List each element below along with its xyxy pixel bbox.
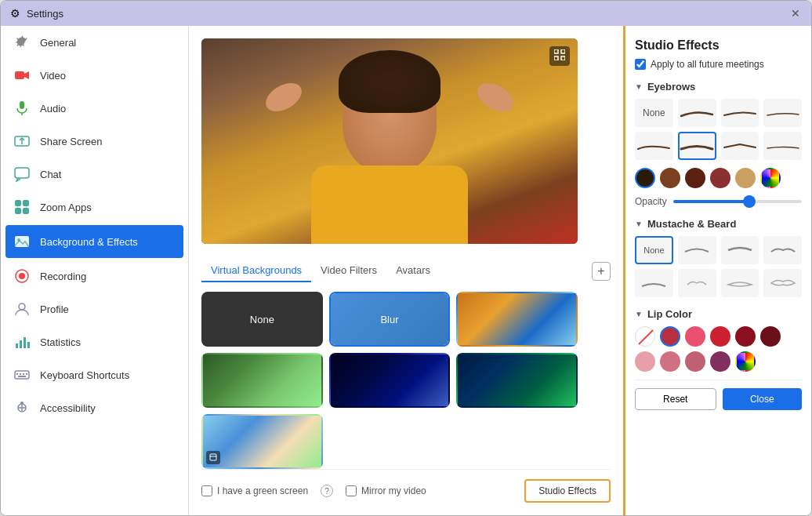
- sidebar-item-zoom-apps[interactable]: Zoom Apps: [1, 191, 188, 223]
- eyebrow-style-2[interactable]: [721, 99, 759, 127]
- mustache-style-2[interactable]: [721, 236, 759, 264]
- tab-video-filters[interactable]: Video Filters: [311, 260, 386, 282]
- lip-color-spectrum[interactable]: [735, 351, 756, 372]
- tab-virtual-backgrounds[interactable]: Virtual Backgrounds: [201, 260, 311, 282]
- bottom-bar: I have a green screen ? Mirror my video …: [201, 469, 611, 503]
- mic-icon: [13, 100, 31, 117]
- lip-color-pink[interactable]: [685, 326, 705, 347]
- svg-rect-10: [15, 208, 21, 214]
- eyebrow-color-black[interactable]: [635, 168, 655, 188]
- mustache-label: Mustache & Beard: [647, 218, 736, 230]
- sidebar-label-profile: Profile: [40, 303, 69, 315]
- mustache-none[interactable]: None: [635, 236, 673, 264]
- mustache-style-3[interactable]: [763, 236, 802, 264]
- lip-color-crimson[interactable]: [710, 326, 730, 347]
- svg-point-16: [19, 303, 25, 310]
- eyebrow-style-7[interactable]: [763, 132, 802, 160]
- lip-color-purple[interactable]: [710, 351, 730, 372]
- eyebrow-color-darkbrown[interactable]: [685, 168, 705, 188]
- opacity-row: Opacity: [635, 196, 802, 207]
- mustache-style-4[interactable]: [635, 269, 673, 297]
- lip-color-red[interactable]: [660, 326, 680, 347]
- apply-all-checkbox[interactable]: [635, 59, 646, 70]
- sidebar-item-audio[interactable]: Audio: [1, 92, 188, 125]
- sidebar-label-audio: Audio: [40, 103, 66, 114]
- bg-blur-label: Blur: [380, 314, 398, 325]
- close-panel-button[interactable]: Close: [723, 388, 803, 410]
- lip-color-label: Lip Color: [647, 308, 692, 320]
- accessibility-icon: [13, 399, 31, 416]
- opacity-label: Opacity: [635, 196, 667, 207]
- mirror-label: Mirror my video: [361, 485, 426, 496]
- center-area: Virtual Backgrounds Video Filters Avatar…: [189, 26, 623, 515]
- eyebrow-style-6[interactable]: [721, 132, 759, 160]
- tab-avatars[interactable]: Avatars: [386, 260, 440, 282]
- studio-panel-footer: Reset Close: [635, 380, 802, 410]
- stats-icon: [13, 333, 31, 351]
- sidebar-label-share-screen: Share Screen: [40, 136, 103, 147]
- svg-rect-19: [24, 337, 26, 348]
- opacity-slider[interactable]: [673, 200, 802, 203]
- eyebrow-style-3[interactable]: [763, 99, 802, 127]
- sidebar-item-chat[interactable]: Chat: [1, 158, 188, 191]
- mustache-style-5[interactable]: [678, 269, 716, 297]
- eyebrow-color-mahogany[interactable]: [710, 168, 730, 188]
- sidebar-item-keyboard-shortcuts[interactable]: Keyboard Shortcuts: [1, 358, 188, 391]
- bg-golden-gate[interactable]: [456, 292, 578, 347]
- add-background-button[interactable]: +: [592, 262, 611, 281]
- eyebrow-none[interactable]: None: [635, 99, 673, 127]
- eyebrow-style-4[interactable]: [635, 132, 673, 160]
- mustache-header[interactable]: ▼ Mustache & Beard: [635, 218, 802, 230]
- bg-beach[interactable]: [201, 414, 323, 469]
- reset-button[interactable]: Reset: [635, 388, 716, 410]
- bg-aurora[interactable]: [456, 353, 578, 408]
- lip-color-maroon[interactable]: [760, 326, 781, 347]
- eyebrow-style-5[interactable]: [678, 132, 716, 160]
- green-screen-checkbox[interactable]: [201, 485, 212, 496]
- sidebar: General Video Audio Share Screen: [1, 26, 189, 515]
- eyebrow-color-brown[interactable]: [660, 168, 680, 188]
- lip-color-rose[interactable]: [685, 351, 705, 372]
- bg-none[interactable]: None: [201, 292, 323, 347]
- sidebar-item-statistics[interactable]: Statistics: [1, 325, 188, 358]
- lip-colors: [635, 326, 802, 372]
- mirror-video-checkbox-label[interactable]: Mirror my video: [346, 485, 426, 496]
- record-icon: [13, 267, 31, 285]
- sidebar-item-general[interactable]: General: [1, 26, 188, 59]
- eyebrows-header[interactable]: ▼ Eyebrows: [635, 81, 802, 93]
- bg-space[interactable]: [329, 353, 451, 408]
- mirror-video-checkbox[interactable]: [346, 485, 357, 496]
- svg-line-37: [639, 330, 653, 344]
- bg-green[interactable]: [201, 353, 323, 408]
- help-icon[interactable]: ?: [321, 485, 333, 497]
- sidebar-label-keyboard-shortcuts: Keyboard Shortcuts: [40, 369, 129, 381]
- video-preview: [201, 38, 578, 244]
- mustache-style-1[interactable]: [678, 236, 716, 264]
- close-button[interactable]: ✕: [789, 7, 802, 20]
- lip-color-header[interactable]: ▼ Lip Color: [635, 308, 802, 320]
- studio-effects-button[interactable]: Studio Effects: [524, 479, 611, 503]
- lip-color-lightpink[interactable]: [635, 351, 655, 372]
- svg-rect-12: [15, 236, 29, 247]
- sidebar-item-video[interactable]: Video: [1, 59, 188, 92]
- main-content: General Video Audio Share Screen: [1, 26, 811, 515]
- profile-icon: [13, 300, 31, 318]
- mustache-style-7[interactable]: [763, 269, 802, 297]
- eyebrow-style-1[interactable]: [678, 99, 716, 127]
- mustache-style-6[interactable]: [721, 269, 759, 297]
- lip-color-mauve[interactable]: [660, 351, 680, 372]
- background-icon: [13, 233, 31, 250]
- green-screen-checkbox-label[interactable]: I have a green screen: [201, 485, 308, 496]
- sidebar-item-accessibility[interactable]: Accessibility: [1, 391, 188, 424]
- expand-video-btn[interactable]: [549, 46, 570, 66]
- sidebar-item-share-screen[interactable]: Share Screen: [1, 125, 188, 158]
- bg-blur[interactable]: Blur: [329, 292, 451, 347]
- sidebar-item-profile[interactable]: Profile: [1, 293, 188, 325]
- eyebrow-color-tan[interactable]: [735, 168, 756, 188]
- lip-none[interactable]: [635, 326, 655, 347]
- sidebar-item-recording[interactable]: Recording: [1, 260, 188, 293]
- lip-color-darkred[interactable]: [735, 326, 756, 347]
- sidebar-item-background-effects[interactable]: Background & Effects: [5, 225, 183, 258]
- mustache-grid: None: [635, 236, 802, 297]
- eyebrow-color-rainbow[interactable]: [760, 168, 781, 188]
